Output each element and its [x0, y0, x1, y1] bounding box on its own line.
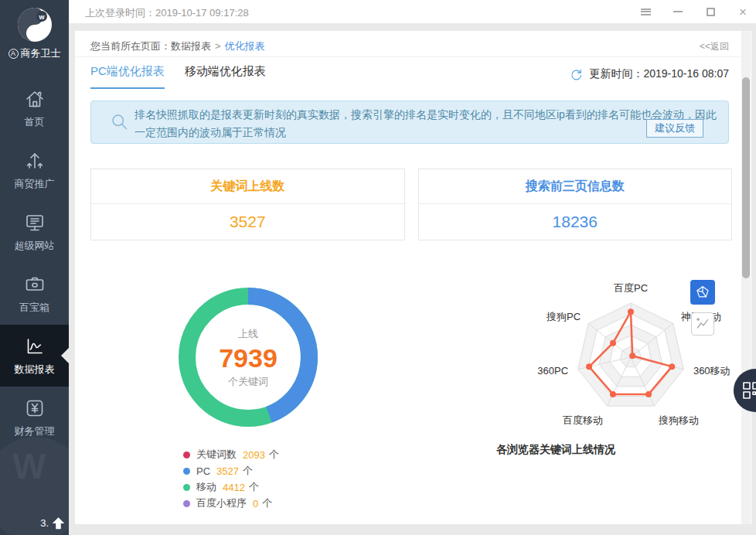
promotion-icon	[23, 149, 46, 172]
legend-unit: 个	[249, 480, 259, 494]
feedback-button[interactable]: 建议反馈	[646, 119, 703, 138]
scrollbar-track	[741, 31, 751, 524]
radar-axis-label: 360移动	[693, 365, 730, 377]
legend-unit: 个	[243, 464, 253, 478]
brand-badge-icon: A	[9, 49, 19, 59]
breadcrumb-separator: >	[215, 40, 221, 52]
notice-banner: 排名快照抓取的是报表更新时刻的真实数据，搜索引擎的排名是实时变化的，且不同地区i…	[90, 101, 729, 144]
stat-card-value: 3527	[91, 204, 404, 240]
breadcrumb-section: 数据报表	[171, 40, 211, 52]
finance-icon	[23, 397, 46, 420]
svg-text:w: w	[38, 13, 45, 21]
donut-legend: 关键词数2093个PC3527个移动4412个百度小程序0个	[183, 447, 279, 512]
notice-text: 排名快照抓取的是报表更新时刻的真实数据，搜索引擎的排名是实时变化的，且不同地区i…	[135, 106, 717, 141]
sidebar-item-label: 首页	[25, 115, 45, 129]
sidebar-item-website[interactable]: 超级网站	[0, 201, 69, 263]
legend-dot	[183, 452, 190, 458]
chart-toolbox	[690, 280, 715, 336]
sidebar-item-home[interactable]: 首页	[0, 77, 69, 139]
donut-value: 7939	[219, 343, 278, 373]
donut-bottom-label: 个关键词	[228, 375, 268, 389]
radar-axis-label: 搜狗移动	[658, 414, 699, 426]
sidebar-item-label: 商贸推广	[15, 177, 55, 191]
toolbox-radar-chart-button[interactable]	[690, 280, 715, 305]
legend-value: 2093	[243, 449, 265, 461]
sidebar-footer-text: 3.	[40, 517, 49, 529]
close-icon[interactable]: ×	[737, 6, 748, 17]
content-panel: 您当前所在页面：数据报表>优化报表 <<返回 PC端优化报表移动端优化报表 更新…	[75, 31, 751, 524]
home-icon	[23, 87, 46, 111]
sidebar: w A 商务卫士 首页商贸推广超级网站百宝箱数据报表财务管理 W 3.	[0, 0, 69, 535]
breadcrumb: 您当前所在页面：数据报表>优化报表	[90, 39, 265, 53]
stat-card-1: 搜索前三页信息数18236	[418, 169, 733, 240]
brand: w A 商务卫士	[0, 6, 69, 60]
stat-cards: 关键词上线数3527搜索前三页信息数18236	[90, 169, 732, 240]
stat-card-value: 18236	[419, 204, 732, 240]
legend-item-3[interactable]: 百度小程序0个	[183, 496, 279, 511]
back-link[interactable]: <<返回	[700, 40, 729, 53]
tab-bar: PC端优化报表移动端优化报表	[90, 64, 266, 89]
legend-label: PC	[196, 465, 210, 477]
update-time-text: 更新时间：2019-10-16 08:07	[589, 67, 729, 81]
toolbox-icon	[23, 273, 46, 296]
divider	[75, 56, 751, 57]
up-arrow-icon[interactable]	[51, 516, 66, 530]
brand-logo-icon: w	[16, 6, 53, 43]
window-menu-icon[interactable]	[640, 6, 651, 17]
legend-label: 移动	[196, 480, 216, 494]
donut-center: 上线 7939 个关键词	[186, 322, 310, 394]
qr-code-icon	[741, 380, 756, 400]
legend-dot	[183, 468, 190, 475]
scrollbar-thumb[interactable]	[742, 77, 750, 278]
toolbox-line-chart-button[interactable]	[691, 312, 714, 336]
stat-card-title: 搜索前三页信息数	[419, 169, 732, 204]
update-row: 更新时间：2019-10-16 08:07	[570, 67, 729, 81]
brand-name: 商务卫士	[21, 46, 61, 60]
sidebar-item-label: 百宝箱	[19, 301, 49, 315]
search-icon	[110, 112, 129, 131]
report-icon	[23, 335, 46, 358]
tab-mobile-report[interactable]: 移动端优化报表	[185, 64, 266, 89]
radar-axis-label: 百度PC	[614, 282, 648, 294]
legend-value: 0	[253, 498, 258, 509]
legend-value: 3527	[216, 465, 239, 477]
radar-axis-label: 360PC	[537, 365, 568, 377]
breadcrumb-prefix: 您当前所在页面：	[90, 40, 171, 52]
refresh-icon[interactable]	[570, 68, 583, 81]
minimize-icon[interactable]	[673, 6, 683, 17]
radar-axis-label: 搜狗PC	[546, 311, 581, 322]
stat-card-title: 关键词上线数	[91, 169, 404, 204]
sidebar-item-promotion[interactable]: 商贸推广	[0, 139, 69, 201]
legend-item-2[interactable]: 移动4412个	[183, 479, 279, 495]
radar-chart-icon	[694, 284, 711, 301]
stat-card-0: 关键词上线数3527	[90, 169, 405, 240]
titlebar: 上次登录时间：2019-10-17 09:17:28 ×	[69, 0, 756, 23]
legend-unit: 个	[269, 448, 279, 462]
legend-dot	[183, 484, 190, 491]
tab-pc-report[interactable]: PC端优化报表	[90, 64, 165, 89]
app-window: w A 商务卫士 首页商贸推广超级网站百宝箱数据报表财务管理 W 3. 上次登录…	[0, 0, 756, 535]
legend-item-0[interactable]: 关键词数2093个	[183, 447, 279, 462]
sidebar-watermark-letter: W	[12, 445, 46, 487]
legend-label: 百度小程序	[196, 496, 247, 510]
sidebar-menu: 首页商贸推广超级网站百宝箱数据报表财务管理	[0, 77, 69, 448]
window-controls: ×	[640, 0, 748, 23]
legend-dot	[183, 500, 190, 507]
sidebar-item-report[interactable]: 数据报表	[0, 325, 69, 387]
legend-label: 关键词数	[196, 448, 237, 462]
donut-top-label: 上线	[238, 327, 258, 341]
radar-title: 各浏览器关键词上线情况	[455, 443, 656, 457]
legend-unit: 个	[262, 496, 272, 510]
sidebar-item-label: 超级网站	[15, 239, 55, 253]
legend-value: 4412	[223, 482, 245, 493]
legend-item-1[interactable]: PC3527个	[183, 463, 279, 479]
sidebar-item-label: 数据报表	[15, 363, 55, 377]
website-icon	[23, 211, 46, 234]
last-login-text: 上次登录时间：2019-10-17 09:17:28	[85, 6, 249, 20]
line-chart-icon	[694, 315, 711, 332]
maximize-icon[interactable]	[705, 6, 716, 17]
breadcrumb-current[interactable]: 优化报表	[225, 40, 265, 52]
sidebar-item-toolbox[interactable]: 百宝箱	[0, 263, 69, 325]
radar-axis-label: 百度移动	[563, 414, 603, 426]
active-notch	[61, 348, 69, 363]
